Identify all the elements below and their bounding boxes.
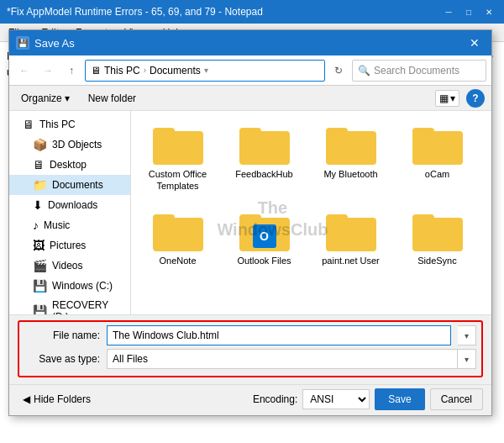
file-item-my-bluetooth[interactable]: My Bluetooth — [311, 118, 391, 198]
file-item-onenote[interactable]: OneNote — [138, 204, 218, 272]
sidebar-item-downloads[interactable]: ⬇ Downloads — [9, 195, 130, 215]
sidebar-item-documents[interactable]: 📁 Documents — [9, 175, 130, 195]
documents-icon: 📁 — [33, 178, 47, 192]
path-documents[interactable]: Documents — [150, 65, 201, 76]
custom-office-label: Custom OfficeTemplates — [149, 168, 207, 192]
dialog-bottom: File name: ▾ Save as type: All Files Tex… — [9, 314, 491, 384]
sidebar-item-this-pc[interactable]: 🖥 This PC — [9, 114, 130, 134]
file-item-paintnet-user[interactable]: paint.net User — [311, 204, 391, 272]
pictures-label: Pictures — [50, 240, 123, 251]
dialog-sidebar: 🖥 This PC 📦 3D Objects 🖥 Desktop 📁 Docum… — [9, 111, 131, 314]
new-folder-btn[interactable]: New folder — [81, 91, 143, 106]
filename-input[interactable] — [107, 325, 451, 345]
pictures-icon: 🖼 — [33, 239, 45, 252]
file-item-feedbackhub[interactable]: FeedbackHub — [224, 118, 304, 198]
custom-office-folder-icon — [153, 123, 203, 165]
feedbackhub-label: FeedbackHub — [235, 168, 293, 180]
file-item-outlook-files[interactable]: O Outlook Files — [224, 204, 304, 272]
sidebar-item-desktop[interactable]: 🖥 Desktop — [9, 155, 130, 175]
dialog-titlebar: 💾 Save As ✕ — [9, 30, 491, 55]
sidebar-item-recovery-d[interactable]: 💾 RECOVERY (D:) — [9, 296, 130, 314]
cancel-btn[interactable]: Cancel — [430, 388, 483, 410]
sidebar-item-windows-c[interactable]: 💾 Windows (C:) — [9, 276, 130, 296]
save-as-dialog: 💾 Save As ✕ ← → ↑ 🖥 This PC › Documents … — [8, 29, 492, 416]
forward-btn[interactable]: → — [38, 61, 58, 81]
filename-dropdown-btn[interactable]: ▾ — [458, 325, 476, 345]
sidebar-item-3d-objects[interactable]: 📦 3D Objects — [9, 134, 130, 155]
refresh-btn[interactable]: ↻ — [328, 61, 349, 81]
file-item-ocam[interactable]: oCam — [397, 118, 477, 198]
notepad-win-controls: ─ □ ✕ — [440, 4, 497, 19]
save-btn[interactable]: Save — [375, 388, 424, 410]
search-placeholder: Search Documents — [374, 65, 459, 76]
sidebar-item-music[interactable]: ♪ Music — [9, 215, 130, 235]
view-chevron: ▾ — [450, 92, 455, 104]
desktop-icon: 🖥 — [33, 158, 45, 171]
notepad-minimize-btn[interactable]: ─ — [440, 4, 457, 19]
hide-folders-chevron: ◀ — [23, 393, 30, 405]
ocam-label: oCam — [425, 168, 449, 180]
sidebar-item-videos[interactable]: 🎬 Videos — [9, 256, 130, 276]
videos-label: Videos — [52, 260, 123, 272]
outlook-folder-icon: O — [239, 209, 290, 251]
desktop-label: Desktop — [50, 159, 123, 171]
up-btn[interactable]: ↑ — [61, 61, 81, 81]
3d-objects-icon: 📦 — [33, 138, 47, 151]
paintnet-folder-icon — [326, 209, 376, 251]
view-icon: ▦ — [439, 92, 449, 104]
encoding-select[interactable]: ANSI UTF-8 Unicode — [302, 389, 370, 409]
downloads-icon: ⬇ — [33, 198, 43, 212]
organize-chevron: ▾ — [65, 92, 70, 104]
onenote-label: OneNote — [159, 255, 196, 266]
highlight-section: File name: ▾ Save as type: All Files Tex… — [18, 320, 483, 377]
path-this-pc[interactable]: This PC — [104, 65, 140, 76]
view-btn[interactable]: ▦ ▾ — [435, 90, 459, 107]
windows-c-icon: 💾 — [33, 279, 47, 293]
ocam-folder-icon — [412, 123, 463, 165]
hide-folders-btn[interactable]: ◀ Hide Folders — [18, 392, 96, 407]
organize-btn[interactable]: Organize ▾ — [16, 91, 75, 106]
outlook-badge-icon: O — [253, 224, 276, 248]
back-btn[interactable]: ← — [14, 61, 34, 81]
dialog-files: Custom OfficeTemplates FeedbackHub My Bl… — [131, 111, 491, 314]
windows-c-label: Windows (C:) — [52, 280, 123, 292]
organize-label: Organize — [21, 92, 62, 104]
music-icon: ♪ — [33, 219, 39, 232]
sidebar-item-pictures[interactable]: 🖼 Pictures — [9, 235, 130, 256]
dialog-title-text: Save As — [34, 37, 75, 50]
savetype-wrapper: All Files Text Documents (*.txt) ▾ — [107, 349, 476, 369]
onenote-folder-icon — [153, 209, 203, 251]
search-icon: 🔍 — [358, 65, 370, 76]
filename-row: File name: ▾ — [24, 325, 476, 345]
savetype-select[interactable]: All Files Text Documents (*.txt) — [107, 349, 458, 369]
sidesync-label: SideSync — [417, 255, 456, 266]
path-sep-1: › — [144, 66, 146, 75]
hide-folders-label: Hide Folders — [34, 393, 91, 405]
filename-label: File name: — [24, 330, 100, 341]
file-item-sidesync[interactable]: SideSync — [397, 204, 477, 272]
dialog-title-area: 💾 Save As — [16, 36, 75, 50]
downloads-label: Downloads — [48, 199, 123, 211]
notepad-close-btn[interactable]: ✕ — [480, 4, 497, 19]
dialog-close-btn[interactable]: ✕ — [465, 34, 485, 52]
search-box[interactable]: 🔍 Search Documents — [352, 60, 486, 82]
feedbackhub-folder-icon — [239, 123, 290, 165]
music-label: Music — [44, 219, 123, 231]
savetype-label: Save as type: — [24, 353, 100, 365]
file-item-custom-office[interactable]: Custom OfficeTemplates — [138, 118, 218, 198]
this-pc-icon: 🖥 — [23, 118, 34, 131]
savetype-dropdown-btn[interactable]: ▾ — [458, 349, 476, 369]
help-btn[interactable]: ? — [466, 89, 485, 108]
dialog-actions: ◀ Hide Folders Encoding: ANSI UTF-8 Unic… — [9, 384, 491, 415]
address-path[interactable]: 🖥 This PC › Documents ▾ — [85, 60, 325, 82]
encoding-label: Encoding: — [253, 393, 297, 405]
videos-icon: 🎬 — [33, 259, 47, 272]
sidesync-folder-icon — [412, 209, 463, 251]
recovery-d-icon: 💾 — [33, 304, 47, 314]
notepad-titlebar: *Fix AppModel Runtime Errors - 65, 69, a… — [0, 0, 504, 24]
savetype-row: Save as type: All Files Text Documents (… — [24, 349, 476, 369]
new-folder-label: New folder — [88, 92, 136, 104]
dialog-main: 🖥 This PC 📦 3D Objects 🖥 Desktop 📁 Docum… — [9, 111, 491, 314]
notepad-maximize-btn[interactable]: □ — [460, 4, 477, 19]
this-pc-label: This PC — [39, 119, 123, 130]
